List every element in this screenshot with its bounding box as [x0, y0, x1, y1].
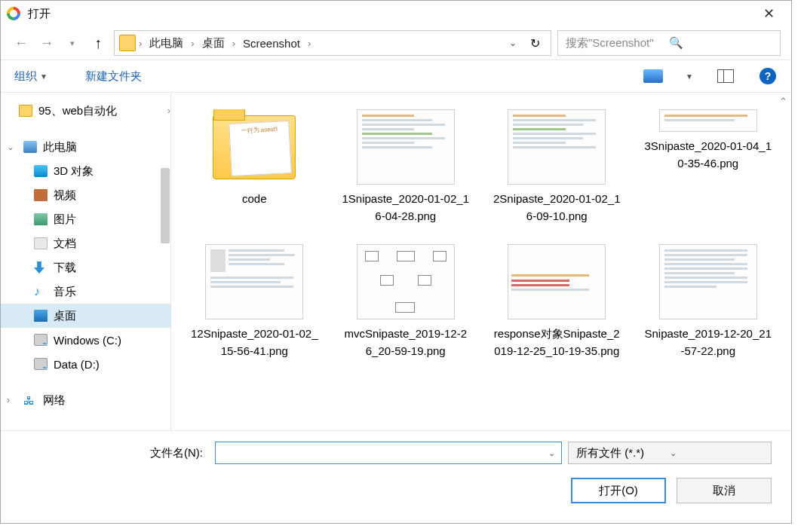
image-thumbnail — [508, 244, 606, 320]
drive-icon — [34, 358, 48, 370]
nav-up-button[interactable]: ↑ — [88, 33, 108, 53]
chevron-right-icon: › — [191, 38, 194, 49]
chevron-down-icon[interactable]: ⌄ — [548, 448, 555, 458]
breadcrumb-this-pc[interactable]: 此电脑 — [145, 33, 188, 54]
nav-row: ← → ▾ ↑ › 此电脑 › 桌面 › Screenshot › ⌄ ↻ 搜索… — [1, 26, 791, 60]
file-name: response对象Snipaste_2019-12-25_10-19-35.p… — [493, 326, 621, 359]
titlebar: 打开 ✕ — [1, 1, 791, 26]
help-button[interactable]: ? — [758, 69, 778, 84]
file-item[interactable]: 2Snipaste_2020-01-02_16-09-10.png — [481, 106, 633, 228]
file-item[interactable]: 1Snipaste_2020-01-02_16-04-28.png — [330, 106, 482, 228]
address-bar[interactable]: › 此电脑 › 桌面 › Screenshot › ⌄ ↻ — [114, 30, 551, 56]
file-item[interactable]: response对象Snipaste_2019-12-25_10-19-35.p… — [481, 241, 633, 362]
file-item-folder[interactable]: 一行为 aseid'l code — [179, 106, 330, 228]
file-name: 3Snipaste_2020-01-04_10-35-46.png — [644, 138, 772, 172]
filename-label: 文件名(N): — [1, 446, 209, 460]
image-thumbnail — [659, 109, 757, 132]
tree-network[interactable]: › 🖧 网络 — [1, 388, 170, 412]
drive-icon — [34, 334, 48, 346]
view-mode-button[interactable] — [643, 69, 663, 84]
layout-button[interactable] — [716, 69, 735, 84]
image-thumbnail — [357, 109, 455, 185]
desktop-icon — [34, 310, 48, 322]
tree-downloads[interactable]: 下载 — [1, 255, 170, 280]
file-item[interactable]: Snipaste_2019-12-20_21-57-22.png — [633, 241, 784, 362]
cancel-button[interactable]: 取消 — [677, 478, 772, 503]
open-button[interactable]: 打开(O) — [571, 478, 666, 503]
folder-icon — [119, 35, 136, 51]
file-item[interactable]: mvcSnipaste_2019-12-26_20-59-19.png — [330, 241, 482, 362]
file-name: code — [242, 191, 267, 208]
network-icon: 🖧 — [23, 394, 37, 406]
chevron-right-icon[interactable]: › — [7, 395, 10, 405]
nav-forward-button[interactable]: → — [37, 33, 57, 53]
view-dropdown[interactable]: ▼ — [686, 72, 693, 81]
organize-button[interactable]: 组织 ▼ — [14, 69, 48, 84]
file-name: Snipaste_2019-12-20_21-57-22.png — [644, 326, 772, 359]
image-thumbnail — [205, 244, 303, 320]
folder-thumbnail: 一行为 aseid'l — [205, 109, 303, 185]
file-name: 1Snipaste_2020-01-02_16-04-28.png — [342, 191, 470, 225]
open-file-dialog: 打开 ✕ ← → ▾ ↑ › 此电脑 › 桌面 › Screenshot › ⌄… — [0, 0, 792, 524]
tree-scrollbar[interactable] — [161, 168, 170, 243]
toolbar: 组织 ▼ 新建文件夹 ▼ ? — [1, 60, 791, 93]
music-icon: ♪ — [34, 286, 48, 298]
search-icon: 🔍 — [669, 36, 772, 50]
chevron-right-icon: › — [167, 105, 170, 116]
tree-pictures[interactable]: 图片 — [1, 207, 170, 231]
picture-icon — [34, 213, 48, 225]
file-type-filter[interactable]: 所有文件 (*.*) ⌄ — [568, 442, 772, 464]
tree-music[interactable]: ♪音乐 — [1, 280, 170, 304]
tree-this-pc[interactable]: ⌄ 此电脑 — [1, 135, 170, 159]
bottom-panel: 文件名(N): ⌄ 所有文件 (*.*) ⌄ 打开(O) 取消 — [1, 430, 791, 517]
chevron-right-icon: › — [232, 38, 235, 49]
breadcrumb-desktop[interactable]: 桌面 — [198, 33, 229, 54]
body: 95、web自动化 › ⌄ 此电脑 3D 对象 视频 图片 文档 下载 ♪音乐 … — [1, 93, 791, 430]
pc-icon — [23, 141, 37, 153]
file-name: mvcSnipaste_2019-12-26_20-59-19.png — [342, 326, 470, 359]
file-name: 2Snipaste_2020-01-02_16-09-10.png — [493, 191, 621, 225]
breadcrumb-screenshot[interactable]: Screenshot — [238, 34, 305, 53]
nav-tree: 95、web自动化 › ⌄ 此电脑 3D 对象 视频 图片 文档 下载 ♪音乐 … — [1, 93, 171, 430]
dialog-title: 打开 — [28, 7, 752, 21]
file-name: 12Snipaste_2020-01-02_15-56-41.png — [190, 326, 318, 359]
chevron-down-icon: ⌄ — [670, 448, 763, 458]
image-thumbnail — [508, 109, 606, 185]
chevron-right-icon: › — [308, 38, 311, 49]
search-input[interactable]: 搜索"Screenshot" 🔍 — [557, 30, 781, 56]
tree-drive-d[interactable]: Data (D:) — [1, 352, 170, 376]
video-icon — [34, 189, 48, 201]
files-scroll-up[interactable]: ⌃ — [779, 96, 790, 109]
search-placeholder: 搜索"Screenshot" — [566, 36, 669, 50]
chevron-down-icon: ▼ — [40, 72, 48, 81]
tree-3d-objects[interactable]: 3D 对象 — [1, 159, 170, 183]
filename-input[interactable]: ⌄ — [215, 442, 562, 464]
chevron-right-icon: › — [139, 38, 142, 49]
tree-quick-folder[interactable]: 95、web自动化 › — [1, 99, 170, 123]
chrome-icon — [7, 7, 20, 20]
file-item[interactable]: 12Snipaste_2020-01-02_15-56-41.png — [179, 241, 330, 362]
folder-icon — [19, 105, 32, 117]
chevron-down-icon[interactable]: ⌄ — [7, 142, 14, 152]
nav-recent-dropdown[interactable]: ▾ — [63, 33, 82, 53]
close-button[interactable]: ✕ — [752, 2, 785, 25]
new-folder-button[interactable]: 新建文件夹 — [85, 69, 142, 84]
address-dropdown[interactable]: ⌄ — [505, 38, 521, 48]
document-icon — [34, 237, 48, 249]
file-pane: ⌃ 一行为 aseid'l code 1Snipaste_2020-01-02_… — [171, 93, 791, 430]
image-thumbnail — [659, 244, 757, 320]
refresh-button[interactable]: ↻ — [524, 36, 546, 50]
3d-icon — [34, 165, 48, 177]
file-item[interactable]: 3Snipaste_2020-01-04_10-35-46.png — [633, 106, 784, 228]
nav-back-button[interactable]: ← — [11, 33, 31, 53]
tree-documents[interactable]: 文档 — [1, 231, 170, 255]
tree-videos[interactable]: 视频 — [1, 183, 170, 207]
tree-drive-c[interactable]: Windows (C:) — [1, 328, 170, 352]
tree-desktop[interactable]: 桌面 — [1, 304, 170, 328]
download-icon — [34, 261, 48, 274]
image-thumbnail — [357, 244, 455, 320]
